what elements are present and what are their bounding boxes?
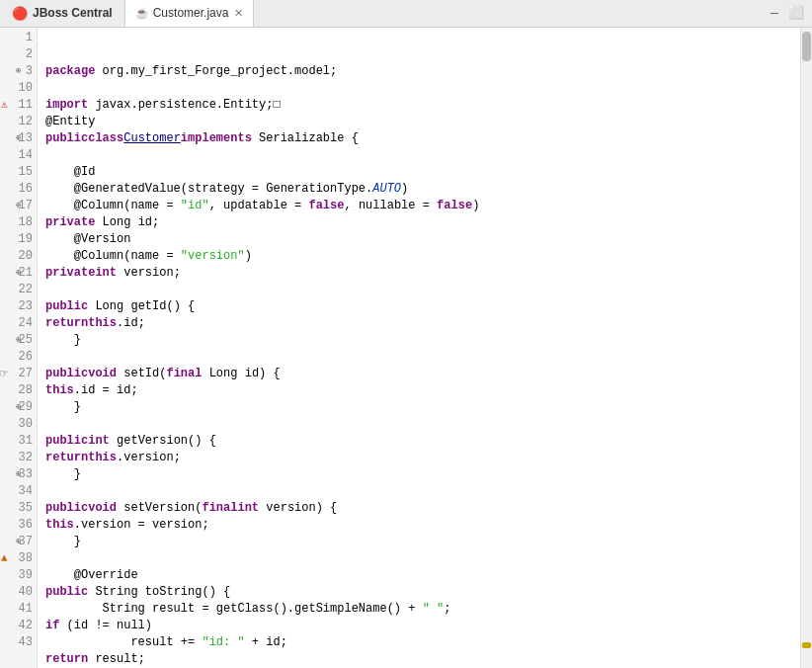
line-num-21: ⊕21 [0, 265, 37, 282]
line-num-36: 36 [0, 517, 37, 534]
code-line [45, 483, 800, 500]
fold-toggle[interactable]: ⊕ [16, 399, 21, 416]
scrollbar-thumb[interactable] [802, 32, 811, 61]
line-num-19: 19 [0, 231, 37, 248]
error-marker: ⚠ [1, 97, 8, 114]
code-line [45, 349, 800, 366]
fold-toggle[interactable]: ⊕ [16, 63, 21, 80]
line-num-2: 2 [0, 46, 37, 63]
fold-toggle[interactable]: ⊕ [16, 198, 21, 214]
line-num-14: 14 [0, 147, 37, 164]
line-number: 39 [19, 567, 33, 584]
line-number: 3 [26, 63, 33, 80]
line-number: 10 [19, 80, 33, 97]
line-num-39: 39 [0, 567, 37, 584]
line-number: 2 [26, 46, 33, 63]
line-number: 41 [19, 601, 33, 618]
line-num-24: 24 [0, 315, 37, 332]
line-num-18: 18 [0, 214, 37, 231]
line-number: 1 [26, 30, 33, 46]
line-num-17: ⊕17 [0, 198, 37, 214]
line-num-32: 32 [0, 450, 37, 466]
line-number: 18 [19, 214, 33, 231]
line-num-10: 10 [0, 80, 37, 97]
code-line: import javax.persistence.Entity;□ [45, 97, 800, 114]
line-num-27: ☞27 [0, 366, 37, 382]
line-num-12: 12 [0, 114, 37, 130]
line-num-25: ⊕25 [0, 332, 37, 349]
fold-toggle[interactable]: ⊕ [16, 534, 21, 550]
jboss-icon: 🔴 [12, 6, 28, 21]
code-content[interactable]: package org.my_first_Forge_project.model… [38, 28, 800, 668]
fold-toggle[interactable]: ⊕ [16, 265, 21, 282]
line-num-26: 26 [0, 349, 37, 366]
code-line: public Long getId() { [45, 298, 800, 315]
code-line [45, 80, 800, 97]
line-num-20: 20 [0, 248, 37, 265]
java-file-icon: ☕ [135, 7, 149, 20]
line-number: 22 [19, 282, 33, 298]
line-number: 34 [19, 483, 33, 500]
window-controls: — ⬜ [761, 0, 810, 27]
line-num-33: ⊕33 [0, 466, 37, 483]
line-num-22: 22 [0, 282, 37, 298]
code-line: this.version = version; [45, 517, 800, 534]
jboss-tab-label: JBoss Central [33, 6, 113, 20]
line-number: 24 [19, 315, 33, 332]
line-num-35: 35 [0, 500, 37, 517]
tab-bar: 🔴 JBoss Central ☕ Customer.java ✕ — ⬜ [0, 0, 812, 28]
line-num-28: 28 [0, 382, 37, 399]
line-num-13: ⊕13 [0, 130, 37, 147]
fold-toggle[interactable]: ⊕ [16, 130, 21, 147]
line-number: 27 [19, 366, 33, 382]
line-num-40: 40 [0, 584, 37, 601]
code-line: result += "id: " + id; [45, 634, 800, 651]
code-line: } [45, 466, 800, 483]
code-line: return this.id; [45, 315, 800, 332]
line-number: 15 [19, 164, 33, 181]
code-line: @Column(name = "version") [45, 248, 800, 265]
line-number: 38 [19, 550, 33, 567]
line-num-11: ⚠11 [0, 97, 37, 114]
minimize-button[interactable]: — [767, 6, 782, 21]
close-tab-icon[interactable]: ✕ [234, 7, 243, 20]
line-number: 36 [19, 517, 33, 534]
line-num-3: ⊕3 [0, 63, 37, 80]
code-line: @GeneratedValue(strategy = GenerationTyp… [45, 181, 800, 198]
code-line: } [45, 399, 800, 416]
line-num-42: 42 [0, 618, 37, 634]
line-number-gutter: 12⊕310⚠1112⊕13141516⊕17181920⊕21222324⊕2… [0, 28, 38, 668]
line-num-16: 16 [0, 181, 37, 198]
fold-toggle[interactable]: ⊕ [16, 466, 21, 483]
maximize-button[interactable]: ⬜ [788, 5, 804, 21]
hand-pointer-icon: ☞ [0, 366, 8, 382]
line-number: 20 [19, 248, 33, 265]
scrollbar-track[interactable] [800, 28, 812, 668]
code-line: @Version [45, 231, 800, 248]
line-number: 43 [19, 634, 33, 651]
tab-customer-java[interactable]: ☕ Customer.java ✕ [124, 0, 255, 27]
code-line: @Override [45, 567, 800, 584]
line-number: 28 [19, 382, 33, 399]
code-line: package org.my_first_Forge_project.model… [45, 63, 800, 80]
code-line: String result = getClass().getSimpleName… [45, 601, 800, 618]
code-line [45, 282, 800, 298]
ide-window: 🔴 JBoss Central ☕ Customer.java ✕ — ⬜ 12… [0, 0, 812, 668]
code-line: } [45, 332, 800, 349]
line-number: 14 [19, 147, 33, 164]
line-num-15: 15 [0, 164, 37, 181]
tab-jboss[interactable]: 🔴 JBoss Central [2, 0, 122, 27]
code-line: return this.version; [45, 450, 800, 466]
code-line: @Entity [45, 114, 800, 130]
code-line: private int version; [45, 265, 800, 282]
code-line: public void setId(final Long id) { [45, 366, 800, 382]
line-number: 19 [19, 231, 33, 248]
fold-toggle[interactable]: ⊕ [16, 332, 21, 349]
code-line: public String toString() { [45, 584, 800, 601]
warning-marker: ▲ [1, 550, 8, 567]
line-number: 16 [19, 181, 33, 198]
scrollbar-marker-yellow [802, 642, 811, 648]
file-tab-label: Customer.java [153, 6, 229, 20]
line-num-34: 34 [0, 483, 37, 500]
line-number: 40 [19, 584, 33, 601]
